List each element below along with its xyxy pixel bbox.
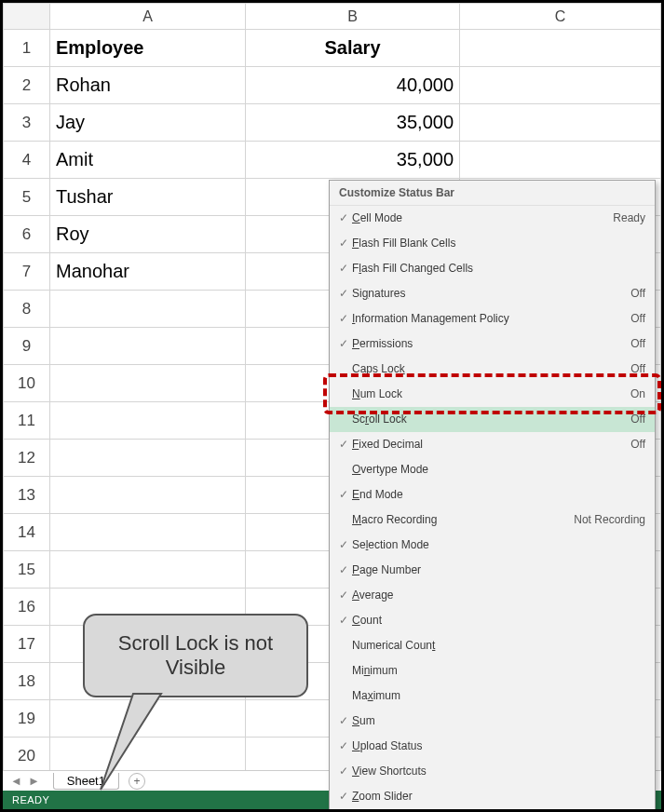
cell[interactable] <box>50 700 246 738</box>
cell[interactable]: Amit <box>50 142 246 179</box>
menu-item[interactable]: Caps LockOff <box>330 357 655 382</box>
cell[interactable]: Manohar <box>50 253 246 291</box>
menu-item[interactable]: ✓SignaturesOff <box>330 281 655 306</box>
menu-item[interactable]: ✓Information Management PolicyOff <box>330 306 655 332</box>
cell[interactable] <box>50 514 246 551</box>
row-header[interactable]: 6 <box>4 216 50 253</box>
column-header-b[interactable]: B <box>246 4 460 30</box>
cell[interactable]: Roy <box>50 216 246 253</box>
menu-item[interactable]: ✓Upload Status <box>330 734 655 759</box>
add-sheet-button[interactable]: + <box>129 773 145 790</box>
menu-item[interactable]: ✓End Mode <box>330 482 655 508</box>
customize-status-bar-menu[interactable]: Customize Status Bar ✓Cell ModeReady✓Fla… <box>329 180 656 812</box>
row-header[interactable]: 4 <box>4 142 50 179</box>
check-icon: ✓ <box>335 285 352 303</box>
cell[interactable] <box>50 440 246 477</box>
menu-item[interactable]: Scroll LockOff <box>330 407 655 432</box>
cell[interactable] <box>50 551 246 589</box>
menu-item[interactable]: ✓Flash Fill Blank Cells <box>330 231 655 256</box>
sheet-nav-prev-icon[interactable]: ◄ <box>10 774 22 788</box>
check-icon: ✓ <box>335 562 352 579</box>
row-header[interactable]: 16 <box>4 589 50 626</box>
check-icon: ✓ <box>335 536 352 554</box>
row-header[interactable]: 13 <box>4 477 50 514</box>
column-header-c[interactable]: C <box>460 4 661 30</box>
callout-text: Scroll Lock is not Visible <box>94 631 297 680</box>
row-header[interactable]: 15 <box>4 551 50 589</box>
menu-item[interactable]: ✓PermissionsOff <box>330 332 655 357</box>
menu-item[interactable]: Overtype Mode <box>330 457 655 482</box>
menu-item-label: Minimum <box>352 662 645 680</box>
menu-item-label: Permissions <box>352 335 630 353</box>
cell[interactable]: 40,000 <box>246 67 460 104</box>
sheet-nav-arrows[interactable]: ◄ ► <box>3 774 47 788</box>
row-header[interactable]: 2 <box>4 67 50 104</box>
menu-item[interactable]: ✓Fixed DecimalOff <box>330 432 655 457</box>
cell[interactable] <box>50 402 246 440</box>
row-header[interactable]: 20 <box>4 738 50 775</box>
row-header[interactable]: 19 <box>4 700 50 738</box>
column-header-a[interactable]: A <box>50 4 246 30</box>
sheet-nav-next-icon[interactable]: ► <box>28 774 40 788</box>
menu-item[interactable]: Minimum <box>330 658 655 683</box>
cell[interactable] <box>50 738 246 775</box>
menu-item-label: Selection Mode <box>352 536 645 554</box>
menu-item[interactable]: ✓Page Number <box>330 558 655 583</box>
cell[interactable]: Tushar <box>50 179 246 216</box>
check-icon: ✓ <box>335 436 352 453</box>
menu-item-label: Maximum <box>352 687 645 705</box>
menu-item[interactable]: Numerical Count <box>330 633 655 658</box>
cell[interactable] <box>460 67 661 104</box>
menu-item-state: Ready <box>613 210 645 227</box>
row-header[interactable]: 18 <box>4 663 50 700</box>
menu-item[interactable]: ✓Count <box>330 608 655 633</box>
cell[interactable]: Employee <box>50 30 246 67</box>
row-header[interactable]: 8 <box>4 291 50 328</box>
menu-item-state: Off <box>630 310 645 328</box>
cell[interactable] <box>460 104 661 142</box>
cell[interactable]: 35,000 <box>246 104 460 142</box>
menu-item[interactable]: ✓Zoom Slider <box>330 784 655 809</box>
row-header[interactable]: 14 <box>4 514 50 551</box>
menu-item[interactable]: ✓Selection Mode <box>330 533 655 558</box>
row-header[interactable]: 10 <box>4 365 50 402</box>
menu-item[interactable]: Num LockOn <box>330 382 655 407</box>
row-header[interactable]: 12 <box>4 440 50 477</box>
row-header[interactable]: 11 <box>4 402 50 440</box>
check-icon: ✓ <box>335 260 352 277</box>
menu-item-label: Upload Status <box>352 738 645 755</box>
menu-item[interactable]: ✓Average <box>330 583 655 608</box>
menu-item[interactable]: ✓Cell ModeReady <box>330 206 655 231</box>
cell[interactable]: Jay <box>50 104 246 142</box>
cell[interactable] <box>50 477 246 514</box>
menu-item-state: Not Recording <box>574 511 645 529</box>
row-header[interactable]: 7 <box>4 253 50 291</box>
menu-item-label: Flash Fill Blank Cells <box>352 235 645 252</box>
cell[interactable] <box>50 365 246 402</box>
cell[interactable] <box>460 30 661 67</box>
menu-item[interactable]: ✓View Shortcuts <box>330 759 655 784</box>
select-all-corner[interactable] <box>4 4 50 30</box>
sheet-tab-sheet1[interactable]: Sheet1 <box>53 773 119 790</box>
row-header[interactable]: 1 <box>4 30 50 67</box>
cell[interactable] <box>460 142 661 179</box>
row-header[interactable]: 5 <box>4 179 50 216</box>
menu-item[interactable]: ✓Flash Fill Changed Cells <box>330 256 655 281</box>
cell[interactable]: 35,000 <box>246 142 460 179</box>
menu-item[interactable]: Maximum <box>330 683 655 709</box>
row-header[interactable]: 17 <box>4 626 50 663</box>
annotation-callout: Scroll Lock is not Visible <box>83 614 308 697</box>
cell[interactable] <box>50 291 246 328</box>
menu-item-state: Off <box>630 285 645 303</box>
cell[interactable]: Rohan <box>50 67 246 104</box>
menu-item-state: Off <box>630 360 645 378</box>
row-header[interactable]: 3 <box>4 104 50 142</box>
cell[interactable] <box>50 328 246 365</box>
status-ready: READY <box>12 794 49 805</box>
menu-title: Customize Status Bar <box>330 181 655 206</box>
cell[interactable]: Salary <box>246 30 460 67</box>
menu-item[interactable]: ✓Sum <box>330 709 655 734</box>
row-header[interactable]: 9 <box>4 328 50 365</box>
menu-item-label: Overtype Mode <box>352 461 645 479</box>
menu-item[interactable]: Macro RecordingNot Recording <box>330 508 655 533</box>
